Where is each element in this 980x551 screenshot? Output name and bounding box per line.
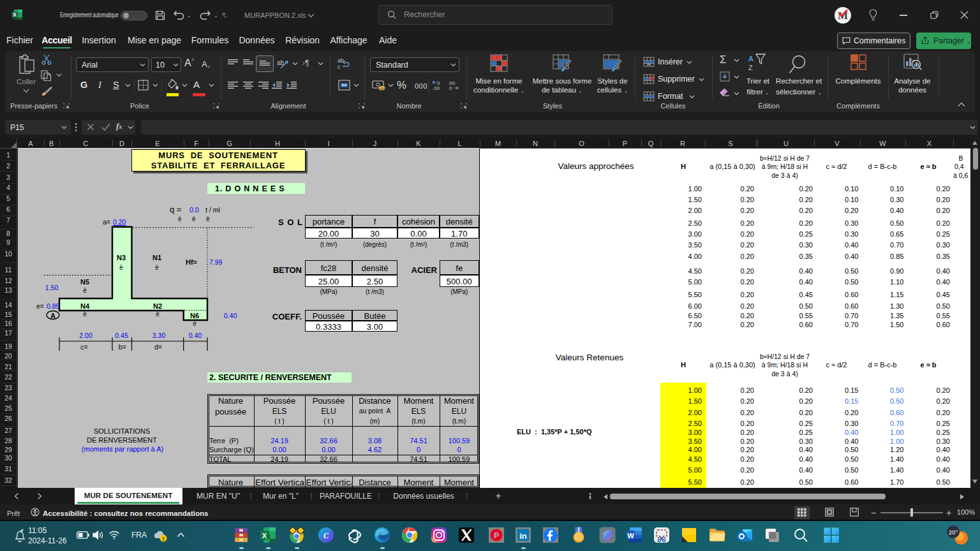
svg-text:!: ! xyxy=(163,536,165,542)
svg-text:W: W xyxy=(627,532,634,540)
svg-text:ab: ab xyxy=(338,57,344,64)
svg-text:Z: Z xyxy=(748,64,753,71)
svg-text:P: P xyxy=(494,531,499,540)
svg-text:0: 0 xyxy=(449,85,452,91)
svg-text:C: C xyxy=(323,531,329,540)
svg-text:in: in xyxy=(519,531,527,541)
svg-text:c: c xyxy=(338,64,341,70)
svg-text:X: X xyxy=(262,532,267,540)
svg-text:.00: .00 xyxy=(433,85,440,91)
svg-text:X: X xyxy=(13,11,17,18)
svg-text:A: A xyxy=(748,55,754,62)
